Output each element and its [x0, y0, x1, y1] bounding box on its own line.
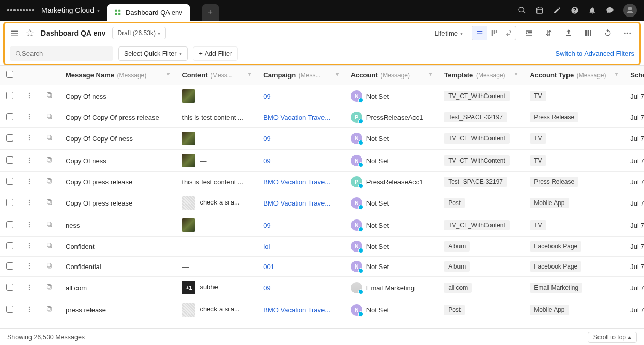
- table-row[interactable]: press releasethis is test content ...BMO…: [0, 321, 644, 324]
- row-menu-button[interactable]: [20, 85, 39, 107]
- quick-filter-dropdown[interactable]: Select Quick Filter ▾: [118, 46, 188, 61]
- row-checkbox[interactable]: [6, 242, 13, 249]
- more-icon[interactable]: [621, 26, 634, 40]
- row-link-icon[interactable]: [39, 237, 59, 257]
- search-box[interactable]: [10, 46, 113, 61]
- indent-icon[interactable]: [523, 26, 536, 40]
- row-checkbox[interactable]: [6, 262, 13, 270]
- brand-dropdown[interactable]: Marketing Cloud ▾: [41, 6, 100, 14]
- row-checkbox[interactable]: [6, 134, 13, 142]
- columns-icon[interactable]: [581, 26, 595, 40]
- calendar-icon[interactable]: [535, 6, 544, 14]
- col-account[interactable]: Account (Message)▾: [345, 66, 438, 85]
- row-menu-button[interactable]: [20, 277, 39, 299]
- campaign-link[interactable]: BMO Vacation Trave...: [263, 199, 330, 207]
- row-menu-button[interactable]: [20, 172, 39, 192]
- table-row[interactable]: Copy Of press releasecheck a sra...BMO V…: [0, 192, 644, 214]
- table-row[interactable]: ness—09NNot SetTV_CT_WithContentTVJul 7,…: [0, 214, 644, 237]
- table-row[interactable]: Copy Of Copy Of ness—09NNot SetTV_CT_Wit…: [0, 128, 644, 150]
- row-checkbox[interactable]: [6, 199, 13, 206]
- row-menu-button[interactable]: [20, 150, 39, 172]
- col-content[interactable]: Content (Mess...▾: [176, 66, 257, 85]
- export-icon[interactable]: [562, 26, 575, 40]
- row-link-icon[interactable]: [39, 214, 59, 237]
- row-menu-button[interactable]: [20, 257, 39, 277]
- row-link-icon[interactable]: [39, 128, 59, 150]
- active-tab[interactable]: Dashboard QA env: [107, 4, 190, 21]
- table-row[interactable]: Copy Of ness—09NNot SetTV_CT_WithContent…: [0, 150, 644, 172]
- svg-point-37: [29, 180, 30, 181]
- header-checkbox[interactable]: [0, 66, 20, 85]
- table-row[interactable]: Confident—loiNNot SetAlbumFacebook PageJ…: [0, 237, 644, 257]
- campaign-link[interactable]: 09: [263, 157, 270, 165]
- row-menu-button[interactable]: [20, 128, 39, 150]
- row-link-icon[interactable]: [39, 150, 59, 172]
- row-checkbox[interactable]: [6, 221, 13, 228]
- campaign-link[interactable]: 09: [263, 92, 270, 100]
- notifications-icon[interactable]: [588, 6, 596, 14]
- row-checkbox[interactable]: [6, 178, 13, 185]
- sort-icon[interactable]: [542, 26, 556, 40]
- campaign-link[interactable]: BMO Vacation Trave...: [263, 178, 330, 186]
- refresh-icon[interactable]: [601, 26, 615, 40]
- row-link-icon[interactable]: [39, 107, 59, 128]
- table-row[interactable]: Confidential—001NNot SetAlbumFacebook Pa…: [0, 257, 644, 277]
- campaign-link[interactable]: 09: [263, 222, 270, 229]
- col-campaign[interactable]: Campaign (Mess...▾: [257, 66, 344, 85]
- row-menu-button[interactable]: [20, 237, 39, 257]
- campaign-link[interactable]: loi: [263, 243, 270, 250]
- add-filter-button[interactable]: + Add Filter: [193, 46, 238, 61]
- row-checkbox[interactable]: [6, 306, 13, 313]
- help-icon[interactable]: [571, 6, 579, 14]
- table-row[interactable]: Copy Of ness—09NNot SetTV_CT_WithContent…: [0, 85, 644, 107]
- row-checkbox[interactable]: [6, 113, 13, 120]
- row-link-icon[interactable]: [39, 172, 59, 192]
- svg-point-62: [29, 286, 30, 287]
- svg-rect-34: [48, 158, 52, 162]
- row-checkbox[interactable]: [6, 284, 13, 291]
- col-account-type[interactable]: Account Type (Message)▾: [524, 66, 624, 85]
- search-input[interactable]: [22, 50, 108, 57]
- chat-icon[interactable]: [606, 6, 614, 14]
- campaign-link[interactable]: 09: [263, 135, 270, 143]
- col-scheduled[interactable]: Sched: [624, 66, 644, 85]
- menu-icon[interactable]: [10, 28, 19, 38]
- row-link-icon[interactable]: [39, 321, 59, 324]
- row-menu-button[interactable]: [20, 299, 39, 321]
- new-tab-button[interactable]: +: [202, 4, 219, 21]
- cell-campaign: BMO Vacation Trave...: [257, 192, 344, 214]
- row-checkbox[interactable]: [6, 92, 13, 99]
- col-message-name[interactable]: Message Name (Message)▾: [59, 66, 176, 85]
- user-avatar[interactable]: [623, 4, 637, 17]
- row-menu-button[interactable]: [20, 107, 39, 128]
- table-row[interactable]: Copy Of press releasethis is test conten…: [0, 172, 644, 192]
- table-row[interactable]: all com+1subhe09Email Marketingall comEm…: [0, 277, 644, 299]
- board-view-button[interactable]: [487, 26, 501, 40]
- col-template[interactable]: Template (Message)▾: [438, 66, 524, 85]
- row-menu-button[interactable]: [20, 214, 39, 237]
- list-view-button[interactable]: [472, 26, 487, 40]
- favorite-icon[interactable]: [25, 28, 35, 38]
- apps-menu-icon[interactable]: [7, 9, 34, 11]
- campaign-link[interactable]: 001: [263, 263, 274, 271]
- search-icon[interactable]: [518, 6, 526, 14]
- swap-view-button[interactable]: [501, 26, 516, 40]
- row-menu-button[interactable]: [20, 192, 39, 214]
- draft-status-dropdown[interactable]: Draft (26.53k) ▾: [112, 27, 166, 39]
- campaign-link[interactable]: 09: [263, 284, 270, 292]
- row-link-icon[interactable]: [39, 299, 59, 321]
- campaign-link[interactable]: BMO Vacation Trave...: [263, 306, 330, 314]
- timeframe-dropdown[interactable]: Lifetime ▾: [434, 29, 463, 37]
- row-link-icon[interactable]: [39, 257, 59, 277]
- table-row[interactable]: press releasecheck a sra...BMO Vacation …: [0, 299, 644, 321]
- row-link-icon[interactable]: [39, 85, 59, 107]
- row-link-icon[interactable]: [39, 277, 59, 299]
- advanced-filters-link[interactable]: Switch to Advanced Filters: [556, 50, 634, 57]
- table-row[interactable]: Copy Of Copy Of press releasethis is tes…: [0, 107, 644, 128]
- chevron-down-icon: ▾: [179, 51, 182, 56]
- edit-icon[interactable]: [553, 6, 561, 14]
- row-menu-button[interactable]: [20, 321, 39, 324]
- row-link-icon[interactable]: [39, 192, 59, 214]
- row-checkbox[interactable]: [6, 156, 13, 164]
- campaign-link[interactable]: BMO Vacation Trave...: [263, 114, 330, 121]
